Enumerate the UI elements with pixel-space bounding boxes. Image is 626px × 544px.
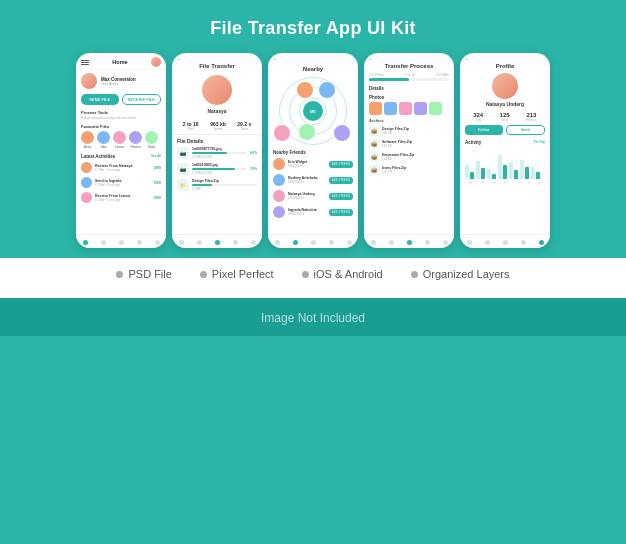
nav-home-icon-p[interactable] <box>369 238 377 246</box>
nav-plus-icon-t[interactable] <box>213 238 221 246</box>
nav-user-icon-p[interactable] <box>441 238 449 246</box>
friend-item-2: Rodney Artichoke #200038/22 ADD FRIEND <box>268 172 358 188</box>
nav-plus-icon-p[interactable] <box>405 238 413 246</box>
nav-user-icon-pr[interactable] <box>537 238 545 246</box>
add-friend-btn-2[interactable]: ADD FRIEND <box>329 177 353 184</box>
file-transfer-user: Natasya <box>172 71 262 118</box>
archive-item-4: 📦 Icons Files.Zip 134 KB <box>364 163 454 176</box>
photo-4 <box>414 102 427 115</box>
add-friend-btn-1[interactable]: ADD FRIEND <box>329 161 353 168</box>
feature-label-ios: iOS & Android <box>314 268 383 280</box>
feature-dot-psd <box>116 271 123 278</box>
add-friend-btn-3[interactable]: ADD FRIEND <box>329 193 353 200</box>
profile-stat-send: 125 Send <box>500 112 510 122</box>
bar-group-3 <box>487 169 496 179</box>
nav-bell-icon-p[interactable] <box>423 238 431 246</box>
nav-bell-icon[interactable] <box>135 238 143 246</box>
fav-item: Natai <box>145 131 158 149</box>
photo-5 <box>429 102 442 115</box>
nav-home-icon-t[interactable] <box>177 238 185 246</box>
archive-icon-1: 📦 <box>369 126 379 136</box>
profile-stat-receive: 213 Receive <box>526 112 537 122</box>
profile-avatar-area: Natasya Underg <box>460 71 550 109</box>
nav-home-icon-pr[interactable] <box>465 238 473 246</box>
nav-bell-icon-t[interactable] <box>231 238 239 246</box>
profile-send-button[interactable]: Send <box>506 125 546 135</box>
bottom-nav-profile <box>460 234 550 248</box>
send-file-button[interactable]: SEND FILE <box>81 94 119 105</box>
radar-dot-5 <box>298 123 316 141</box>
nav-user-icon[interactable] <box>153 238 161 246</box>
latest-activities-title: Latest Activities See All <box>76 152 166 160</box>
fav-item: Letuca <box>113 131 126 149</box>
nav-plus-icon[interactable] <box>117 238 125 246</box>
feature-dot-ios <box>302 271 309 278</box>
profile-name: Natasya Underg <box>486 101 524 107</box>
archive-item-3: 📦 Emporium Files.Zip 134 KB <box>364 150 454 163</box>
profile-stat-total: 324 Total <box>473 112 483 122</box>
add-friend-btn-4[interactable]: ADD FRIEND <box>329 209 353 216</box>
transfer-back[interactable]: ← <box>364 53 454 63</box>
nav-search-icon[interactable] <box>99 238 107 246</box>
nav-bell-icon-n[interactable] <box>327 238 335 246</box>
home-header-avatar <box>151 57 161 67</box>
phone-transfer-process: ← Transfer Process 4 of 8 Files 4 of 18 … <box>364 53 454 248</box>
feature-dot-pixel <box>200 271 207 278</box>
stat-time: 29.2 s Times <box>237 121 251 131</box>
file-progress-2 <box>192 168 247 170</box>
bottom-nav-home <box>76 234 166 248</box>
bottom-nav-transfer <box>172 234 262 248</box>
fav-avatar-4 <box>129 131 142 144</box>
photo-1 <box>369 102 382 115</box>
radar-dot-2 <box>318 81 336 99</box>
phone-profile: ← Profile Natasya Underg 324 Total 125 S… <box>460 53 550 248</box>
file-progress-3 <box>192 184 257 186</box>
favourites-row: Anna Jake Letuca Pamela Natai <box>76 130 166 152</box>
nav-home-icon[interactable] <box>81 238 89 246</box>
receive-file-button[interactable]: RECEIVE FILE <box>122 94 162 105</box>
nav-search-icon-pr[interactable] <box>483 238 491 246</box>
file-transfer-avatar <box>202 75 232 105</box>
nav-bell-icon-pr[interactable] <box>519 238 527 246</box>
bar-2b <box>481 168 485 179</box>
radar-dot-1 <box>296 81 314 99</box>
nav-search-icon-t[interactable] <box>195 238 203 246</box>
feature-label-pixel: Pixel Perfect <box>212 268 274 280</box>
phone-file-transfer: ← File Transfer Natasya 2 to 18 Files 96… <box>172 53 262 248</box>
nav-search-icon-p[interactable] <box>387 238 395 246</box>
nav-search-icon-n[interactable] <box>291 238 299 246</box>
file-transfer-back[interactable]: ← <box>172 53 262 63</box>
transfer-progress: 4 of 8 Files 4 of 18 125 MB/s <box>364 71 454 83</box>
activity-item-1: Receive From Natasya 17 Mar • 5 min ago … <box>76 160 166 175</box>
bar-7a <box>531 167 535 179</box>
profile-back[interactable]: ← <box>460 53 550 63</box>
activity-chart <box>460 146 550 181</box>
fav-item: Anna <box>81 131 94 149</box>
feature-pixel: Pixel Perfect <box>200 268 274 280</box>
profile-stats: 324 Total 125 Send 213 Receive <box>460 109 550 125</box>
follow-button[interactable]: Follow <box>465 125 503 135</box>
nearby-back[interactable]: ← <box>268 53 358 63</box>
not-included-section: Image Not Included <box>0 298 626 336</box>
nav-plus-icon-n[interactable] <box>309 238 317 246</box>
bottom-nav-nearby <box>268 234 358 248</box>
friend-avatar-1 <box>273 158 285 170</box>
bar-2a <box>476 161 480 179</box>
feature-ios: iOS & Android <box>302 268 383 280</box>
nav-plus-icon-pr[interactable] <box>501 238 509 246</box>
friend-item-3: Natasya Underg #300028/11 ADD FRIEND <box>268 188 358 204</box>
nav-user-icon-n[interactable] <box>345 238 353 246</box>
nav-home-icon-n[interactable] <box>273 238 281 246</box>
chart-labels: Sun Mon Tue Wed Thu Fri Sat <box>460 181 550 184</box>
feature-label-layers: Organized Layers <box>423 268 510 280</box>
file-transfer-username: Natasya <box>207 108 226 114</box>
file-transfer-title: File Transfer <box>172 63 262 71</box>
stat-files: 2 to 18 Files <box>183 121 199 131</box>
nav-user-icon-t[interactable] <box>249 238 257 246</box>
process-tools-title: Process Tools <box>76 108 166 116</box>
feature-dot-layers <box>411 271 418 278</box>
friend-item-1: Eric Widget #100002/00 ADD FRIEND <box>268 156 358 172</box>
activity-avatar-1 <box>81 162 92 173</box>
fav-avatar-1 <box>81 131 94 144</box>
photos-row <box>364 101 454 116</box>
